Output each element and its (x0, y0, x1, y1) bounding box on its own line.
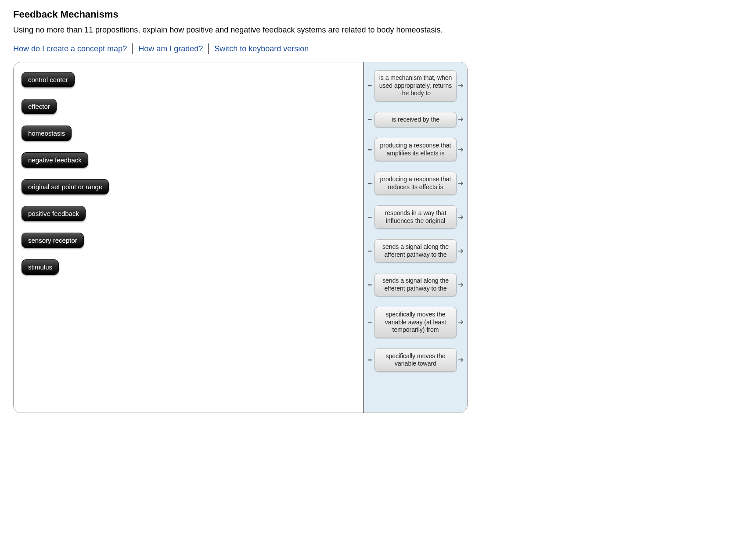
concept-control-center[interactable]: control center (22, 72, 75, 87)
drag-handle-left-icon[interactable]: ━ (367, 118, 373, 121)
page-title: Feedback Mechanisms (13, 9, 743, 20)
link-phrase-efferent-pathway[interactable]: sends a signal along the efferent pathwa… (374, 273, 457, 296)
arrow-right-icon[interactable] (458, 84, 464, 87)
link-separator (132, 43, 133, 54)
link-phrase-row: ━ sends a signal along the afferent path… (367, 239, 464, 262)
link-phrase-row: ━ specifically moves the variable away (… (367, 307, 464, 338)
concept-homeostasis[interactable]: homeostasis (22, 126, 72, 141)
link-phrase-moves-away[interactable]: specifically moves the variable away (at… (374, 307, 457, 338)
concept-map-workspace: control center effector homeostasis nega… (13, 62, 468, 413)
link-phrase-moves-toward[interactable]: specifically moves the variable toward (374, 348, 457, 372)
link-phrase-row: ━ responds in a way that influences the … (367, 205, 464, 229)
link-create-concept-map[interactable]: How do I create a concept map? (13, 44, 127, 54)
instructions-text: Using no more than 11 propositions, expl… (13, 25, 743, 35)
arrow-right-icon[interactable] (458, 118, 464, 121)
arrow-right-icon[interactable] (458, 148, 464, 151)
arrow-right-icon[interactable] (458, 358, 464, 362)
link-phrase-row: ━ is a mechanism that, when used appropr… (367, 70, 464, 101)
link-separator (208, 43, 209, 54)
arrow-right-icon[interactable] (458, 216, 464, 219)
link-phrase-mechanism-returns-body[interactable]: is a mechanism that, when used appropria… (374, 70, 457, 101)
link-phrase-responds-influences[interactable]: responds in a way that influences the or… (374, 205, 457, 229)
drag-handle-left-icon[interactable]: ━ (367, 283, 373, 287)
help-links-row: How do I create a concept map? How am I … (13, 43, 743, 54)
drag-handle-left-icon[interactable]: ━ (367, 320, 373, 324)
arrow-right-icon[interactable] (458, 182, 464, 185)
link-phrase-palette: ━ is a mechanism that, when used appropr… (363, 62, 467, 413)
arrow-right-icon[interactable] (458, 320, 464, 324)
drag-handle-left-icon[interactable]: ━ (367, 84, 373, 87)
link-phrase-received-by[interactable]: is received by the (374, 112, 457, 128)
concept-sensory-receptor[interactable]: sensory receptor (22, 233, 84, 248)
link-phrase-row: ━ specifically moves the variable toward (367, 348, 464, 372)
drag-handle-left-icon[interactable]: ━ (367, 216, 373, 219)
link-phrase-reduces-effects[interactable]: producing a response that reduces its ef… (374, 172, 457, 195)
concept-effector[interactable]: effector (22, 99, 57, 114)
link-phrase-row: ━ producing a response that amplifies it… (367, 138, 464, 161)
drag-handle-left-icon[interactable]: ━ (367, 182, 373, 185)
link-phrase-row: ━ producing a response that reduces its … (367, 172, 464, 195)
link-phrase-afferent-pathway[interactable]: sends a signal along the afferent pathwa… (374, 239, 457, 262)
arrow-right-icon[interactable] (458, 249, 464, 253)
drag-handle-left-icon[interactable]: ━ (367, 249, 373, 253)
concept-stimulus[interactable]: stimulus (22, 259, 59, 275)
concept-positive-feedback[interactable]: positive feedback (22, 206, 86, 221)
concept-canvas[interactable]: control center effector homeostasis nega… (14, 62, 363, 413)
drag-handle-left-icon[interactable]: ━ (367, 148, 373, 151)
link-how-graded[interactable]: How am I graded? (138, 44, 203, 54)
link-phrase-amplifies-effects[interactable]: producing a response that amplifies its … (374, 138, 457, 161)
link-keyboard-version[interactable]: Switch to keyboard version (214, 44, 309, 54)
concept-original-set-point[interactable]: original set point or range (22, 179, 109, 194)
link-phrase-row: ━ is received by the (367, 112, 464, 128)
concept-negative-feedback[interactable]: negative feedback (22, 152, 88, 168)
arrow-right-icon[interactable] (458, 283, 464, 287)
drag-handle-left-icon[interactable]: ━ (367, 358, 373, 362)
link-phrase-row: ━ sends a signal along the efferent path… (367, 273, 464, 296)
